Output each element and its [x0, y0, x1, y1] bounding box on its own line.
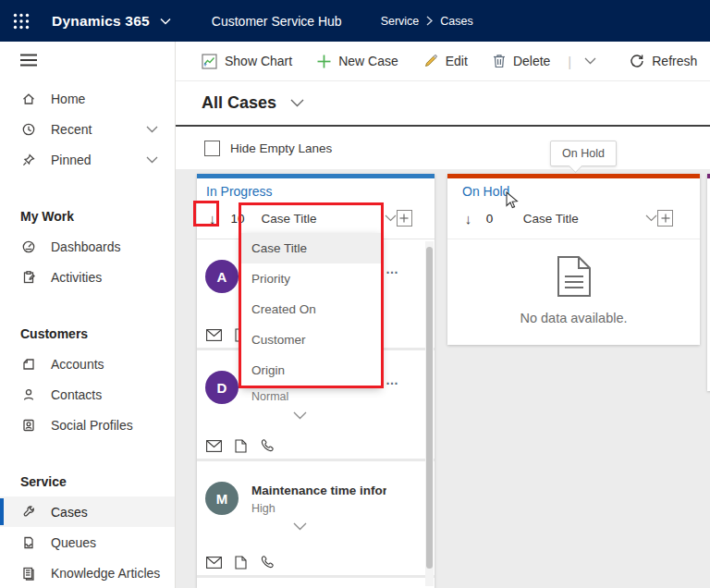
page-icon[interactable]: [235, 439, 247, 453]
dropdown-option-case-title[interactable]: Case Title: [241, 233, 381, 263]
lane-title[interactable]: In Progress: [204, 184, 273, 199]
home-icon: [20, 92, 36, 106]
chevron-down-icon: [584, 57, 596, 65]
on-hold-tooltip: On Hold: [550, 141, 617, 166]
show-chart-button[interactable]: Show Chart: [202, 54, 292, 69]
kanban-board: In Progress ↓ 10 Case Title A …: [176, 169, 710, 588]
lane-title[interactable]: On Hold: [460, 184, 509, 199]
case-card[interactable]: [197, 578, 435, 588]
sidebar-item-dashboards[interactable]: Dashboards: [0, 231, 175, 262]
card-expand-chevron-icon[interactable]: [293, 411, 307, 420]
hide-empty-lanes-label: Hide Empty Lanes: [230, 141, 332, 155]
badge-person-icon: [20, 418, 36, 433]
brand-title[interactable]: Dynamics 365: [52, 13, 150, 30]
lane-on-hold: On Hold ↓ 0 Case Title No data available…: [447, 174, 700, 345]
hamburger-menu-icon[interactable]: [20, 54, 175, 67]
dropdown-option-customer[interactable]: Customer: [241, 325, 381, 355]
card-more-options-button[interactable]: …: [386, 373, 399, 387]
more-commands-button[interactable]: [584, 57, 596, 65]
add-card-button[interactable]: [397, 210, 412, 227]
sidebar-header-service: Service: [0, 466, 175, 496]
breadcrumb-parent[interactable]: Service: [381, 15, 420, 28]
person-icon: [20, 387, 36, 402]
refresh-icon: [630, 54, 644, 68]
view-selector[interactable]: All Cases: [202, 93, 304, 113]
case-card[interactable]: M Maintenance time infor... High: [197, 461, 435, 575]
sidebar-item-activities[interactable]: Activities: [0, 262, 175, 292]
trash-icon: [493, 54, 506, 68]
breadcrumb-chevron-icon: [426, 16, 433, 26]
plus-icon: [317, 55, 331, 68]
lane-count: 0: [486, 212, 501, 226]
card-more-options-button[interactable]: …: [386, 262, 399, 276]
phone-icon[interactable]: [260, 438, 275, 453]
command-divider: |: [568, 54, 571, 69]
avatar: D: [205, 371, 239, 404]
sidebar-item-accounts[interactable]: Accounts: [0, 349, 175, 379]
sidebar-item-knowledge-articles[interactable]: Knowledge Articles: [0, 557, 175, 588]
chart-icon: [202, 54, 217, 69]
pencil-icon: [423, 54, 438, 68]
chevron-down-icon: [645, 214, 657, 222]
scrollbar-thumb[interactable]: [426, 247, 433, 569]
sidebar-item-home[interactable]: Home: [0, 83, 175, 114]
empty-lane-text: No data available.: [447, 311, 700, 325]
sort-field-select[interactable]: Case Title: [261, 212, 396, 226]
lane-count: 10: [230, 212, 245, 226]
queue-icon: [20, 535, 36, 550]
empty-document-icon: [557, 255, 592, 307]
email-icon[interactable]: [206, 329, 222, 341]
dropdown-option-priority[interactable]: Priority: [241, 263, 381, 294]
card-priority: High: [251, 502, 275, 515]
dropdown-option-origin[interactable]: Origin: [241, 355, 381, 386]
refresh-button[interactable]: Refresh: [630, 54, 697, 68]
lane-scrollbar[interactable]: [425, 241, 434, 586]
sidebar-item-pinned[interactable]: Pinned: [0, 144, 175, 175]
clock-icon: [20, 122, 36, 137]
view-title: All Cases: [202, 93, 276, 113]
card-expand-chevron-icon[interactable]: [293, 522, 307, 531]
sidebar-header-my-work: My Work: [0, 201, 175, 231]
sidebar-item-queues[interactable]: Queues: [0, 527, 175, 557]
avatar: M: [205, 482, 239, 515]
chevron-down-icon[interactable]: [146, 156, 158, 164]
filter-row: Hide Empty Lanes: [176, 127, 710, 169]
dropdown-option-created-on[interactable]: Created On: [241, 294, 381, 325]
sort-descending-icon[interactable]: ↓: [206, 211, 218, 227]
sidebar-item-cases[interactable]: Cases: [0, 496, 175, 527]
page-icon[interactable]: [235, 556, 247, 570]
sidebar-item-social-profiles[interactable]: Social Profiles: [0, 410, 175, 440]
site-map-sidebar: Home Recent Pinned My Work Dashboards Ac…: [0, 42, 176, 588]
sort-descending-icon[interactable]: ↓: [462, 211, 474, 227]
card-priority: Normal: [251, 390, 288, 403]
add-card-button[interactable]: [657, 210, 673, 227]
sort-field-select[interactable]: Case Title: [523, 212, 658, 226]
app-name[interactable]: Customer Service Hub: [212, 14, 342, 29]
email-icon[interactable]: [206, 440, 222, 452]
email-icon[interactable]: [206, 557, 222, 569]
hide-empty-lanes-checkbox[interactable]: [204, 141, 220, 156]
edit-button[interactable]: Edit: [423, 54, 468, 68]
breadcrumb-current[interactable]: Cases: [440, 15, 472, 28]
wrench-icon: [20, 505, 36, 520]
chevron-down-icon: [290, 99, 304, 107]
chevron-down-icon: [385, 214, 397, 222]
card-title: Maintenance time infor...: [251, 484, 386, 497]
waffle-icon[interactable]: [13, 13, 30, 30]
accounts-icon: [20, 357, 36, 372]
main-content: Show Chart New Case Edit Delete | Refres…: [176, 42, 710, 588]
phone-icon[interactable]: [260, 555, 275, 570]
lane-header: In Progress ↓ 10 Case Title: [197, 178, 435, 239]
pin-icon: [20, 153, 36, 167]
command-bar: Show Chart New Case Edit Delete | Refres…: [176, 42, 710, 81]
brand-chevron-down-icon[interactable]: [160, 18, 171, 25]
top-navigation-bar: Dynamics 365 Customer Service Hub Servic…: [0, 0, 710, 42]
gauge-icon: [20, 239, 36, 254]
chevron-down-icon[interactable]: [146, 126, 158, 133]
lane-header: On Hold ↓ 0 Case Title: [447, 178, 700, 239]
sidebar-item-contacts[interactable]: Contacts: [0, 379, 175, 410]
sidebar-item-recent[interactable]: Recent: [0, 114, 175, 144]
view-selector-row: All Cases: [176, 81, 710, 127]
delete-button[interactable]: Delete: [493, 54, 550, 68]
new-case-button[interactable]: New Case: [317, 54, 398, 68]
